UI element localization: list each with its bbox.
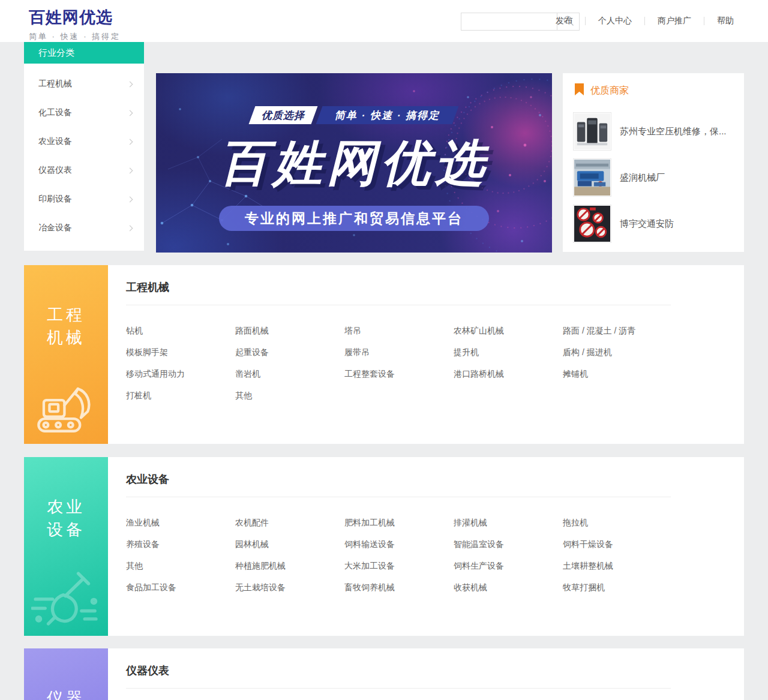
site-tagline: 简单 · 快速 · 搞得定 — [29, 31, 121, 42]
category-link[interactable]: 肥料加工机械 — [344, 512, 454, 533]
site-logo[interactable]: 百姓网优选 简单 · 快速 · 搞得定 — [29, 7, 121, 42]
merchant-name: 苏州专业空压机维修，保... — [620, 125, 727, 137]
category-link[interactable]: 饲料干燥设备 — [563, 533, 672, 555]
category-link[interactable]: 模板脚手架 — [126, 341, 235, 363]
sidebar-item-label: 仪器仪表 — [38, 165, 72, 176]
site-logo-text: 百姓网优选 — [29, 7, 121, 28]
category-link[interactable]: 拖拉机 — [563, 512, 672, 533]
merchant-name: 盛润机械厂 — [620, 172, 665, 184]
merchant-list: 苏州专业空压机维修，保...盛润机械厂博宇交通安防 — [563, 112, 744, 243]
category-link[interactable]: 摊铺机 — [563, 363, 672, 384]
category-link[interactable]: 种植施肥机械 — [235, 555, 344, 576]
top-nav-item-3[interactable]: 商户推广 — [645, 16, 704, 26]
category-link[interactable]: 路面机械 — [235, 320, 344, 341]
top-nav-item-4[interactable]: 帮助 — [704, 16, 746, 26]
category-link[interactable]: 起重设备 — [235, 341, 344, 363]
section-card-instruments: 仪器仪表 — [24, 648, 108, 700]
category-link[interactable]: 盾构 / 掘进机 — [563, 341, 672, 363]
category-link[interactable]: 凿岩机 — [235, 363, 344, 384]
category-link[interactable]: 牧草打捆机 — [563, 576, 672, 598]
shovel-icon — [31, 569, 101, 631]
merchant-name: 博宇交通安防 — [620, 218, 674, 230]
merchant-item-2[interactable]: 盛润机械厂 — [573, 158, 744, 197]
hero-banner[interactable]: 优质选择 简单 · 快速 · 搞得定 百姓网优选 专业的网上推广和贸易信息平台 — [156, 73, 552, 253]
category-link[interactable]: 渔业机械 — [126, 512, 235, 533]
chevron-right-icon — [127, 139, 133, 145]
category-link[interactable]: 大米加工设备 — [344, 555, 454, 576]
category-link[interactable]: 移动式通用动力 — [126, 363, 235, 384]
sidebar-item-4[interactable]: 仪器仪表 — [24, 156, 144, 185]
category-link[interactable]: 路面 / 混凝土 / 沥青 — [563, 320, 672, 341]
section-title: 工程机械 — [126, 265, 726, 295]
chevron-right-icon — [127, 225, 133, 231]
category-sidebar: 工程机械化工设备农业设备仪器仪表印刷设备冶金设备 — [24, 64, 144, 251]
category-link[interactable]: 港口路桥机械 — [454, 363, 563, 384]
category-link[interactable]: 工程整套设备 — [344, 363, 454, 384]
section-title: 仪器仪表 — [126, 648, 726, 678]
top-nav-item-2[interactable]: 个人中心 — [586, 16, 644, 26]
sidebar-item-1[interactable]: 工程机械 — [24, 70, 144, 98]
banner-badges: 优质选择 简单 · 快速 · 搞得定 — [156, 106, 552, 124]
merchant-item-1[interactable]: 苏州专业空压机维修，保... — [573, 112, 744, 151]
quality-merchants-panel: 优质商家 苏州专业空压机维修，保...盛润机械厂博宇交通安防 — [563, 73, 744, 252]
sidebar-item-3[interactable]: 农业设备 — [24, 127, 144, 156]
category-link[interactable]: 养殖设备 — [126, 533, 235, 555]
top-nav: 发布个人中心商户推广帮助 — [543, 0, 746, 42]
air-compressor-photo — [573, 112, 611, 151]
section-card-title: 仪器仪表 — [24, 687, 108, 700]
banner-badge-primary-text: 优质选择 — [262, 109, 305, 122]
category-link[interactable]: 畜牧饲养机械 — [344, 576, 454, 598]
top-nav-item-1[interactable]: 发布 — [543, 16, 585, 26]
category-link[interactable]: 收获机械 — [454, 576, 563, 598]
section-links-grid: 钻机路面机械塔吊农林矿山机械路面 / 混凝土 / 沥青模板脚手架起重设备履带吊提… — [126, 320, 726, 406]
bookmark-icon — [574, 83, 584, 98]
banner-badge-secondary-text: 简单 · 快速 · 搞得定 — [335, 109, 440, 122]
sidebar-item-6[interactable]: 冶金设备 — [24, 214, 144, 242]
category-link[interactable]: 履带吊 — [344, 341, 454, 363]
section-divider — [126, 688, 671, 689]
category-link[interactable]: 其他 — [126, 555, 235, 576]
category-link[interactable]: 园林机械 — [235, 533, 344, 555]
category-link[interactable]: 排灌机械 — [454, 512, 563, 533]
category-link[interactable]: 提升机 — [454, 341, 563, 363]
category-link[interactable]: 农机配件 — [235, 512, 344, 533]
category-link[interactable]: 食品加工设备 — [126, 576, 235, 598]
banner-badge-primary: 优质选择 — [249, 106, 318, 124]
sidebar-item-label: 化工设备 — [38, 107, 72, 118]
category-link[interactable]: 钻机 — [126, 320, 235, 341]
banner-subtitle: 专业的网上推广和贸易信息平台 — [219, 206, 489, 231]
section-title: 农业设备 — [126, 457, 726, 486]
merchant-item-3[interactable]: 博宇交通安防 — [573, 205, 744, 243]
sidebar-item-label: 农业设备 — [38, 136, 72, 147]
category-link[interactable]: 饲料输送设备 — [344, 533, 454, 555]
category-link[interactable]: 打桩机 — [126, 384, 235, 406]
traffic-signs-photo — [573, 205, 611, 243]
section-panel-engineering-machinery: 工程机械钻机路面机械塔吊农林矿山机械路面 / 混凝土 / 沥青模板脚手架起重设备… — [108, 265, 744, 444]
section-panel-instruments: 仪器仪表 — [108, 648, 744, 700]
section-card-engineering-machinery: 工程机械 — [24, 265, 108, 444]
section-divider — [126, 497, 671, 497]
sidebar-item-5[interactable]: 印刷设备 — [24, 185, 144, 214]
top-bar: 百姓网优选 简单 · 快速 · 搞得定 发布个人中心商户推广帮助 — [0, 0, 768, 42]
quality-merchants-title: 优质商家 — [590, 85, 629, 97]
chevron-right-icon — [127, 167, 133, 173]
category-link[interactable]: 饲料生产设备 — [454, 555, 563, 576]
section-divider — [126, 305, 671, 305]
search-input[interactable] — [461, 13, 557, 31]
category-link[interactable]: 其他 — [235, 384, 344, 406]
sidebar-item-label: 工程机械 — [38, 79, 72, 89]
section-links-grid: 渔业机械农机配件肥料加工机械排灌机械拖拉机养殖设备园林机械饲料输送设备智能温室设… — [126, 512, 726, 598]
sidebar-item-2[interactable]: 化工设备 — [24, 98, 144, 127]
excavator-icon — [32, 379, 100, 439]
quality-merchants-header: 优质商家 — [574, 83, 744, 98]
sidebar-item-label: 冶金设备 — [38, 223, 72, 233]
category-link[interactable]: 土壤耕整机械 — [563, 555, 672, 576]
section-card-agricultural-equipment: 农业设备 — [24, 457, 108, 636]
category-link[interactable]: 智能温室设备 — [454, 533, 563, 555]
category-link[interactable]: 无土栽培设备 — [235, 576, 344, 598]
category-link[interactable]: 农林矿山机械 — [454, 320, 563, 341]
baixing-premium-page: { "colors": { "accent_teal": "#11c3a3", … — [0, 0, 768, 700]
category-link[interactable]: 塔吊 — [344, 320, 454, 341]
chevron-right-icon — [127, 81, 133, 87]
section-card-title: 农业设备 — [24, 495, 108, 541]
